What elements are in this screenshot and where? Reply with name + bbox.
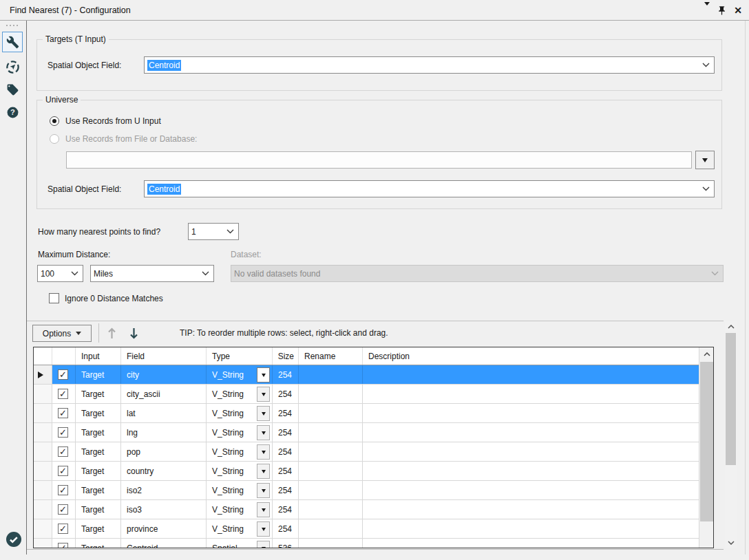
close-button[interactable]: ✕: [734, 6, 742, 15]
row-type-cell[interactable]: V_String: [207, 365, 273, 384]
row-type-cell[interactable]: V_String: [207, 519, 273, 538]
type-dropdown-button[interactable]: [257, 425, 270, 440]
sidebar-item-navigation[interactable]: [2, 56, 23, 77]
row-checkbox[interactable]: [58, 408, 68, 418]
row-type-cell[interactable]: Spatial: [207, 539, 273, 548]
row-description-cell[interactable]: [363, 481, 699, 499]
row-description-cell[interactable]: [363, 500, 699, 519]
header-field[interactable]: Field: [121, 347, 207, 365]
type-dropdown-button[interactable]: [257, 464, 270, 479]
table-row[interactable]: Target province V_String 254: [34, 519, 699, 539]
table-scroll-thumb[interactable]: [700, 362, 713, 521]
row-rename-cell[interactable]: [299, 481, 363, 499]
nearest-points-combobox[interactable]: 1: [188, 223, 239, 240]
sidebar-item-annotation[interactable]: [2, 79, 23, 100]
row-description-cell[interactable]: [363, 404, 699, 422]
type-dropdown-button[interactable]: [257, 367, 270, 383]
table-row[interactable]: Target pop V_String 254: [34, 442, 699, 462]
row-description-cell[interactable]: [363, 385, 699, 403]
type-dropdown-button[interactable]: [257, 541, 270, 549]
row-description-cell[interactable]: [363, 539, 699, 548]
table-row[interactable]: Target lat V_String 254: [34, 404, 699, 423]
pin-button[interactable]: [717, 6, 727, 16]
header-size[interactable]: Size: [273, 347, 299, 365]
ignore-distance-checkbox[interactable]: [49, 293, 59, 303]
row-type-cell[interactable]: V_String: [207, 462, 273, 480]
pane-scroll-up-button[interactable]: [725, 321, 737, 332]
row-checkbox-cell[interactable]: [52, 500, 76, 519]
header-input[interactable]: Input: [76, 347, 121, 365]
row-description-cell[interactable]: [363, 423, 699, 442]
sidebar-item-configuration[interactable]: [2, 32, 23, 52]
header-rename[interactable]: Rename: [299, 347, 363, 365]
row-rename-cell[interactable]: [299, 385, 363, 403]
type-dropdown-button[interactable]: [257, 406, 270, 421]
row-type-cell[interactable]: V_String: [207, 442, 273, 461]
row-rename-cell[interactable]: [299, 423, 363, 442]
use-file-db-radio[interactable]: [50, 134, 59, 144]
row-type-cell[interactable]: V_String: [207, 385, 273, 403]
row-type-cell[interactable]: V_String: [207, 500, 273, 519]
pane-scroll-down-button[interactable]: [725, 537, 737, 548]
row-selector-cell[interactable]: [34, 519, 52, 538]
row-rename-cell[interactable]: [299, 442, 363, 461]
row-rename-cell[interactable]: [299, 500, 363, 519]
row-selector-cell[interactable]: [34, 385, 52, 403]
row-selector-cell[interactable]: [34, 462, 52, 480]
pane-scrollbar[interactable]: [725, 321, 737, 548]
row-checkbox-cell[interactable]: [52, 539, 76, 548]
row-checkbox[interactable]: [58, 485, 68, 495]
table-row[interactable]: Target iso3 V_String 254: [34, 500, 699, 519]
table-row[interactable]: Target city_ascii V_String 254: [34, 385, 699, 404]
file-db-browse-button[interactable]: [695, 151, 715, 169]
row-checkbox-cell[interactable]: [52, 404, 76, 422]
type-dropdown-button[interactable]: [257, 483, 270, 498]
row-checkbox[interactable]: [58, 446, 68, 457]
row-checkbox-cell[interactable]: [52, 365, 76, 384]
table-row[interactable]: Target Centroid Spatial 536: [34, 539, 699, 548]
row-rename-cell[interactable]: [299, 519, 363, 538]
options-button[interactable]: Options: [32, 325, 92, 342]
row-description-cell[interactable]: [363, 519, 699, 538]
row-rename-cell[interactable]: [299, 539, 363, 548]
table-row[interactable]: Target lng V_String 254: [34, 423, 699, 442]
row-checkbox[interactable]: [58, 524, 68, 534]
row-selector-cell[interactable]: [34, 365, 52, 384]
row-type-cell[interactable]: V_String: [207, 481, 273, 499]
move-down-button[interactable]: [126, 324, 141, 342]
row-checkbox-cell[interactable]: [52, 423, 76, 442]
dataset-combobox[interactable]: No valid datasets found: [231, 265, 724, 282]
table-row[interactable]: Target city V_String 254: [34, 365, 699, 385]
max-distance-units-combobox[interactable]: Miles: [90, 265, 214, 282]
row-checkbox-cell[interactable]: [52, 519, 76, 538]
row-selector-cell[interactable]: [34, 539, 52, 548]
row-checkbox[interactable]: [58, 504, 68, 515]
use-u-input-radio[interactable]: [50, 116, 59, 126]
targets-spatial-field-combobox[interactable]: Centroid: [144, 56, 715, 74]
type-dropdown-button[interactable]: [257, 387, 270, 402]
row-checkbox-cell[interactable]: [52, 442, 76, 461]
row-checkbox-cell[interactable]: [52, 481, 76, 499]
row-rename-cell[interactable]: [299, 462, 363, 480]
row-checkbox[interactable]: [58, 543, 68, 548]
table-scrollbar[interactable]: [699, 347, 713, 548]
ignore-distance-label[interactable]: Ignore 0 Distance Matches: [65, 294, 163, 303]
row-selector-cell[interactable]: [34, 442, 52, 461]
row-checkbox-cell[interactable]: [52, 462, 76, 480]
row-checkbox-cell[interactable]: [52, 385, 76, 403]
row-checkbox[interactable]: [58, 369, 68, 380]
table-row[interactable]: Target iso2 V_String 254: [34, 481, 699, 500]
sidebar-item-help[interactable]: ?: [2, 102, 23, 122]
row-description-cell[interactable]: [363, 442, 699, 461]
row-checkbox[interactable]: [58, 389, 68, 399]
universe-spatial-field-combobox[interactable]: Centroid: [144, 180, 715, 197]
type-dropdown-button[interactable]: [257, 444, 270, 460]
row-selector-cell[interactable]: [34, 404, 52, 422]
header-type[interactable]: Type: [207, 347, 273, 365]
row-type-cell[interactable]: V_String: [207, 423, 273, 442]
header-description[interactable]: Description: [363, 347, 699, 365]
row-type-cell[interactable]: V_String: [207, 404, 273, 422]
table-scroll-up-button[interactable]: [699, 347, 714, 361]
row-checkbox[interactable]: [58, 427, 68, 438]
table-row[interactable]: Target country V_String 254: [34, 462, 699, 481]
